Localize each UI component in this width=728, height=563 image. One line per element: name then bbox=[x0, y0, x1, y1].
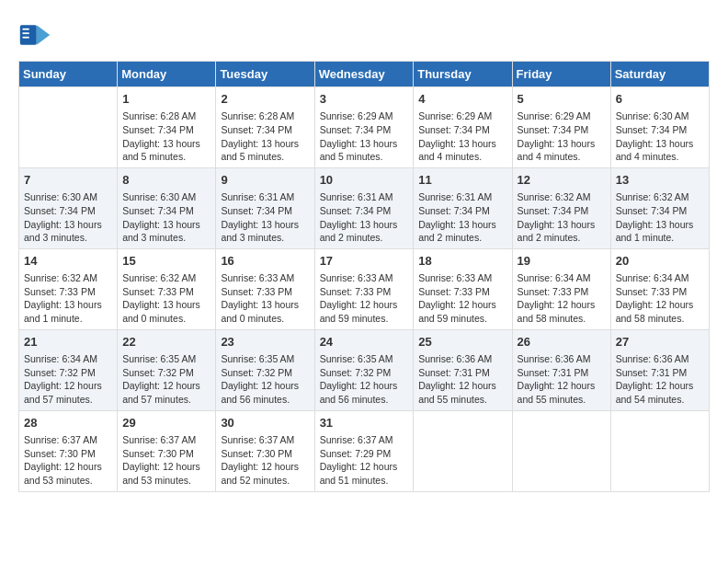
svg-rect-2 bbox=[23, 29, 29, 30]
cell-info: Daylight: 13 hours bbox=[418, 218, 506, 232]
cell-info: Sunrise: 6:29 AM bbox=[518, 109, 606, 123]
day-number: 20 bbox=[616, 253, 704, 270]
cell-info: and 53 minutes. bbox=[122, 474, 210, 488]
cell-info: Sunset: 7:33 PM bbox=[518, 285, 606, 299]
calendar-cell: 26Sunrise: 6:36 AMSunset: 7:31 PMDayligh… bbox=[512, 329, 610, 410]
cell-info: Daylight: 13 hours bbox=[122, 298, 210, 312]
cell-info: and 56 minutes. bbox=[221, 393, 309, 407]
cell-info: and 3 minutes. bbox=[221, 231, 309, 245]
cell-info: and 0 minutes. bbox=[122, 312, 210, 326]
cell-info: Sunrise: 6:36 AM bbox=[418, 352, 506, 366]
cell-info: Sunrise: 6:30 AM bbox=[616, 109, 704, 123]
logo-icon bbox=[18, 18, 51, 52]
cell-info: Sunset: 7:34 PM bbox=[616, 204, 704, 218]
calendar-cell: 4Sunrise: 6:29 AMSunset: 7:34 PMDaylight… bbox=[414, 87, 512, 168]
cell-info: Daylight: 12 hours bbox=[320, 379, 409, 393]
calendar-cell: 18Sunrise: 6:33 AMSunset: 7:33 PMDayligh… bbox=[414, 248, 512, 329]
cell-info: Sunrise: 6:36 AM bbox=[616, 352, 704, 366]
day-number: 26 bbox=[518, 334, 606, 350]
cell-info: Sunset: 7:34 PM bbox=[24, 204, 112, 218]
calendar-cell bbox=[19, 87, 118, 168]
weekday-header: Saturday bbox=[610, 62, 709, 87]
cell-info: Sunset: 7:33 PM bbox=[616, 285, 704, 299]
logo bbox=[18, 18, 55, 52]
cell-info: Daylight: 13 hours bbox=[518, 137, 606, 151]
cell-info: Daylight: 12 hours bbox=[24, 460, 112, 474]
cell-info: and 4 minutes. bbox=[418, 150, 506, 164]
cell-info: and 59 minutes. bbox=[320, 312, 409, 326]
cell-info: Sunset: 7:34 PM bbox=[320, 123, 409, 137]
cell-info: Sunrise: 6:37 AM bbox=[24, 433, 112, 447]
cell-info: and 2 minutes. bbox=[320, 231, 409, 245]
calendar-cell: 5Sunrise: 6:29 AMSunset: 7:34 PMDaylight… bbox=[512, 87, 610, 168]
day-number: 27 bbox=[616, 334, 704, 350]
cell-info: Sunset: 7:33 PM bbox=[122, 285, 210, 299]
day-number: 24 bbox=[320, 334, 409, 350]
cell-info: and 59 minutes. bbox=[418, 312, 506, 326]
cell-info: Sunrise: 6:30 AM bbox=[122, 190, 210, 204]
calendar-cell: 30Sunrise: 6:37 AMSunset: 7:30 PMDayligh… bbox=[216, 410, 314, 491]
cell-info: Sunset: 7:30 PM bbox=[122, 447, 210, 461]
cell-info: Sunset: 7:34 PM bbox=[122, 204, 210, 218]
cell-info: Sunrise: 6:35 AM bbox=[122, 352, 210, 366]
cell-info: Daylight: 13 hours bbox=[24, 218, 112, 232]
cell-info: Daylight: 13 hours bbox=[221, 298, 309, 312]
cell-info: Sunset: 7:33 PM bbox=[221, 285, 309, 299]
cell-info: Sunset: 7:34 PM bbox=[221, 123, 309, 137]
day-number: 5 bbox=[518, 91, 606, 108]
cell-info: Sunset: 7:31 PM bbox=[518, 366, 606, 380]
cell-info: Daylight: 13 hours bbox=[24, 298, 112, 312]
cell-info: Daylight: 13 hours bbox=[221, 218, 309, 232]
calendar-cell: 9Sunrise: 6:31 AMSunset: 7:34 PMDaylight… bbox=[216, 167, 314, 248]
cell-info: and 58 minutes. bbox=[518, 312, 606, 326]
cell-info: Daylight: 13 hours bbox=[418, 137, 506, 151]
cell-info: and 0 minutes. bbox=[221, 312, 309, 326]
day-number: 15 bbox=[122, 253, 210, 270]
weekday-header: Sunday bbox=[19, 62, 118, 87]
cell-info: Sunrise: 6:37 AM bbox=[221, 433, 309, 447]
page-header bbox=[18, 18, 710, 52]
cell-info: and 57 minutes. bbox=[122, 393, 210, 407]
calendar-header: SundayMondayTuesdayWednesdayThursdayFrid… bbox=[19, 62, 710, 87]
weekday-header: Wednesday bbox=[314, 62, 414, 87]
day-number: 16 bbox=[221, 253, 309, 270]
day-number: 2 bbox=[221, 91, 309, 108]
cell-info: Sunset: 7:32 PM bbox=[221, 366, 309, 380]
cell-info: and 55 minutes. bbox=[418, 393, 506, 407]
cell-info: Daylight: 13 hours bbox=[122, 218, 210, 232]
cell-info: and 2 minutes. bbox=[418, 231, 506, 245]
calendar-cell: 11Sunrise: 6:31 AMSunset: 7:34 PMDayligh… bbox=[414, 167, 512, 248]
calendar-cell: 7Sunrise: 6:30 AMSunset: 7:34 PMDaylight… bbox=[19, 167, 118, 248]
cell-info: Sunrise: 6:32 AM bbox=[122, 271, 210, 285]
day-number: 31 bbox=[320, 415, 409, 431]
cell-info: Sunset: 7:33 PM bbox=[418, 285, 506, 299]
calendar-cell: 25Sunrise: 6:36 AMSunset: 7:31 PMDayligh… bbox=[414, 329, 512, 410]
cell-info: Sunrise: 6:28 AM bbox=[122, 109, 210, 123]
cell-info: Sunrise: 6:37 AM bbox=[320, 433, 409, 447]
calendar-week-row: 1Sunrise: 6:28 AMSunset: 7:34 PMDaylight… bbox=[19, 87, 710, 168]
cell-info: Sunset: 7:34 PM bbox=[518, 204, 606, 218]
day-number: 8 bbox=[122, 172, 210, 189]
cell-info: Sunrise: 6:33 AM bbox=[221, 271, 309, 285]
cell-info: Sunrise: 6:35 AM bbox=[221, 352, 309, 366]
cell-info: and 51 minutes. bbox=[320, 474, 409, 488]
calendar-cell: 8Sunrise: 6:30 AMSunset: 7:34 PMDaylight… bbox=[118, 167, 216, 248]
day-number: 12 bbox=[518, 172, 606, 189]
cell-info: Daylight: 12 hours bbox=[320, 460, 409, 474]
cell-info: Sunset: 7:34 PM bbox=[418, 204, 506, 218]
cell-info: and 1 minute. bbox=[24, 312, 112, 326]
calendar-cell: 10Sunrise: 6:31 AMSunset: 7:34 PMDayligh… bbox=[314, 167, 414, 248]
cell-info: Sunset: 7:34 PM bbox=[320, 204, 409, 218]
calendar-cell bbox=[414, 410, 512, 491]
cell-info: Sunrise: 6:36 AM bbox=[518, 352, 606, 366]
svg-rect-0 bbox=[20, 25, 37, 45]
calendar-cell bbox=[610, 410, 709, 491]
calendar-cell: 15Sunrise: 6:32 AMSunset: 7:33 PMDayligh… bbox=[118, 248, 216, 329]
cell-info: Sunrise: 6:35 AM bbox=[320, 352, 409, 366]
weekday-header: Thursday bbox=[414, 62, 512, 87]
calendar-cell: 1Sunrise: 6:28 AMSunset: 7:34 PMDaylight… bbox=[118, 87, 216, 168]
cell-info: Sunset: 7:30 PM bbox=[24, 447, 112, 461]
day-number: 9 bbox=[221, 172, 309, 189]
cell-info: Daylight: 12 hours bbox=[418, 298, 506, 312]
weekday-header: Monday bbox=[118, 62, 216, 87]
